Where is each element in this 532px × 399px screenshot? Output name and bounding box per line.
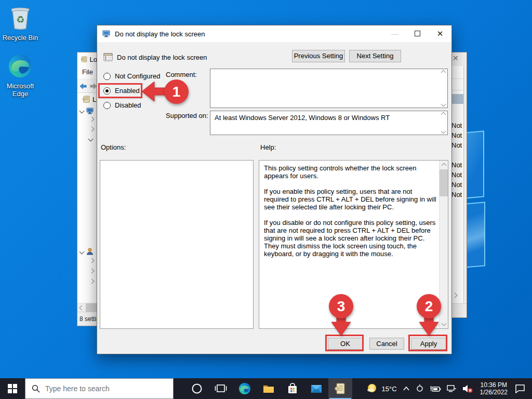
help-paragraph: This policy setting controls whether the… (264, 164, 436, 180)
tray-battery-button[interactable] (427, 378, 444, 399)
mail-icon (310, 382, 323, 395)
setting-heading: Do not display the lock screen (117, 54, 207, 61)
gpedit-tree[interactable]: Lo (77, 93, 97, 303)
lens-ring-icon (415, 384, 424, 393)
taskbar-cortana-button[interactable] (185, 378, 209, 399)
dialog-titlebar[interactable]: Do not display the lock screen — ✕ (97, 25, 451, 42)
radio-not-configured[interactable]: Not Configured (103, 72, 160, 80)
tree-item-user-configuration[interactable] (80, 247, 94, 256)
desktop-icon-label: Recycle Bin (0, 34, 43, 42)
scrollbar-thumb[interactable] (86, 303, 97, 312)
radio-icon[interactable] (103, 102, 111, 109)
setting-state-cell: Not (451, 181, 462, 189)
radio-icon[interactable] (103, 87, 111, 95)
taskbar-mail-button[interactable] (304, 378, 328, 399)
setting-state-cell: Not (451, 131, 462, 139)
options-panel (100, 160, 254, 329)
tree-item-root[interactable]: Lo (82, 95, 97, 103)
scroll-left-icon[interactable] (79, 305, 85, 310)
scrollbar-thumb[interactable] (440, 169, 448, 196)
weather-widget[interactable] (363, 378, 381, 399)
minimize-button[interactable]: — (384, 25, 405, 42)
search-icon (32, 384, 40, 393)
maximize-button[interactable] (407, 25, 428, 42)
tree-expand-chevron[interactable] (90, 127, 94, 131)
tree-item-computer-configuration[interactable] (80, 107, 94, 115)
textbox-scroll-arrows[interactable] (441, 113, 446, 133)
close-button[interactable]: ✕ (430, 25, 450, 42)
annotation-step-3: 3 (329, 294, 353, 318)
clock-date: 1/26/2022 (480, 389, 508, 396)
taskbar-file-explorer-button[interactable] (257, 378, 281, 399)
scroll-up-icon[interactable] (442, 163, 447, 168)
desktop-icon-microsoft-edge[interactable]: Microsoft Edge (0, 54, 43, 98)
policy-setting-dialog: Do not display the lock screen — ✕ Do no… (97, 25, 452, 354)
comment-value (210, 69, 447, 74)
maximize-icon (415, 31, 420, 36)
previous-setting-button[interactable]: Previous Setting (292, 50, 345, 62)
tray-network-button[interactable] (444, 378, 459, 399)
taskbar-gpedit-button[interactable] (328, 378, 352, 399)
chevron-down-icon[interactable] (79, 108, 85, 113)
radio-icon[interactable] (103, 73, 111, 80)
scroll-up-icon[interactable] (441, 112, 446, 117)
taskbar-task-view-button[interactable] (209, 378, 233, 399)
wallpaper-logo-pane (464, 202, 485, 268)
scroll-down-icon[interactable] (441, 102, 446, 107)
tree-collapse-chevron[interactable] (89, 137, 92, 141)
battery-pen-icon (430, 384, 441, 393)
chevron-down-icon[interactable] (79, 249, 85, 254)
forward-button-icon[interactable] (90, 83, 97, 90)
gpedit-title: Lo (90, 56, 97, 63)
taskbar-edge-button[interactable] (233, 378, 257, 399)
desktop-icon-recycle-bin[interactable]: ♻ Recycle Bin (0, 5, 43, 42)
search-input[interactable] (45, 384, 159, 393)
setting-state-cell: Not (451, 161, 462, 169)
ok-button[interactable]: OK (328, 338, 363, 350)
tray-lens-button[interactable] (413, 378, 427, 399)
back-button-icon[interactable] (79, 83, 87, 90)
cortana-icon (191, 382, 203, 395)
scroll-right-icon[interactable] (453, 290, 457, 299)
file-explorer-icon (262, 382, 275, 395)
textbox-scroll-arrows[interactable] (441, 71, 446, 106)
comment-textarea[interactable] (210, 69, 448, 108)
start-button[interactable] (0, 378, 25, 399)
gpedit-status-bar: 8 settin (77, 312, 97, 326)
supported-on-textarea[interactable]: At least Windows Server 2012, Windows 8 … (210, 111, 448, 135)
edge-icon (8, 54, 33, 78)
temperature-readout[interactable]: 15°C (381, 378, 400, 399)
gpedit-toolbar (77, 79, 97, 93)
tree-expand-chevron[interactable] (90, 117, 94, 121)
next-setting-button[interactable]: Next Setting (349, 50, 401, 62)
scroll-down-icon[interactable] (442, 321, 447, 326)
gpedit-file-menu[interactable]: File (77, 66, 97, 79)
close-icon[interactable]: ✕ (453, 54, 459, 62)
tree-expand-chevron[interactable] (90, 259, 94, 262)
desktop-icon-label: Microsoft Edge (2, 82, 38, 98)
taskbar-search-box[interactable] (25, 378, 174, 399)
weather-sun-icon (366, 382, 378, 395)
gpedit-titlebar[interactable]: Lo (77, 52, 97, 66)
gpedit-horizontal-scrollbar[interactable] (77, 303, 97, 312)
taskbar-clock[interactable]: 10:36 PM 1/26/2022 (476, 381, 512, 396)
gpedit-window[interactable]: Lo File Lo (77, 52, 97, 326)
settings-list[interactable]: Not Not Not Not Not Not Not (450, 66, 464, 303)
annotation-step-1: 1 (164, 79, 189, 104)
gpedit-scroll-icon (81, 55, 88, 63)
tray-expand-button[interactable] (400, 378, 413, 399)
cancel-button[interactable]: Cancel (369, 338, 404, 350)
tree-expand-chevron[interactable] (90, 269, 94, 273)
scroll-down-icon[interactable] (441, 129, 446, 134)
radio-disabled[interactable]: Disabled (103, 101, 141, 109)
setting-heading-row: Do not display the lock screen (103, 52, 207, 62)
help-paragraph: If you enable this policy setting, users… (264, 188, 436, 211)
radio-enabled[interactable]: Enabled (103, 87, 140, 95)
comment-label: Comment: (166, 71, 197, 78)
action-center-button[interactable] (512, 378, 532, 399)
taskbar-store-button[interactable] (281, 378, 304, 399)
scroll-up-icon[interactable] (441, 70, 446, 75)
tray-volume-button[interactable] (459, 378, 476, 399)
apply-button[interactable]: Apply (411, 338, 446, 350)
tree-expand-chevron[interactable] (90, 280, 94, 283)
